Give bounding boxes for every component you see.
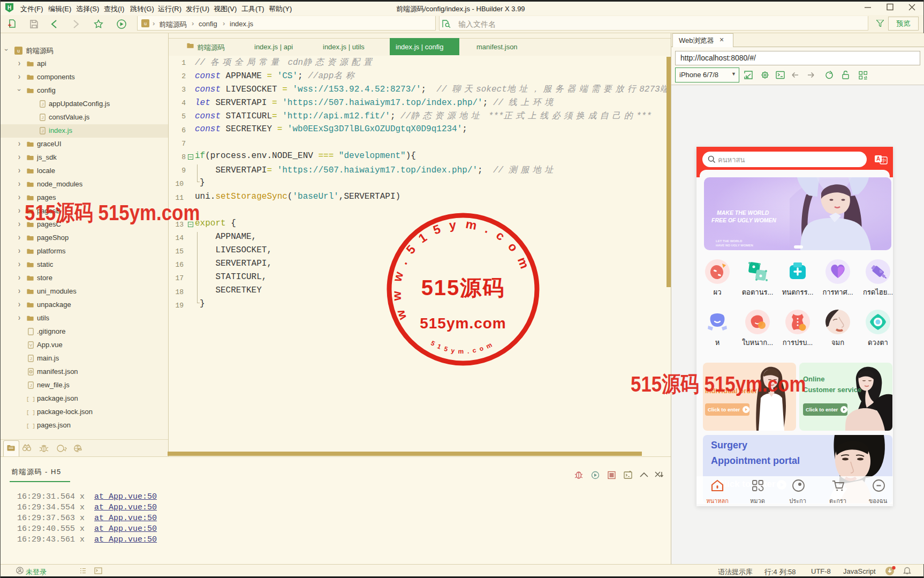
- svg-text:515源码: 515源码: [421, 276, 505, 299]
- svg-text:H: H: [7, 5, 11, 11]
- svg-text:u: u: [144, 21, 147, 26]
- svg-text:515ym.com: 515ym.com: [429, 339, 496, 355]
- svg-text:515ym.com: 515ym.com: [420, 315, 506, 332]
- svg-text:u: u: [17, 48, 20, 54]
